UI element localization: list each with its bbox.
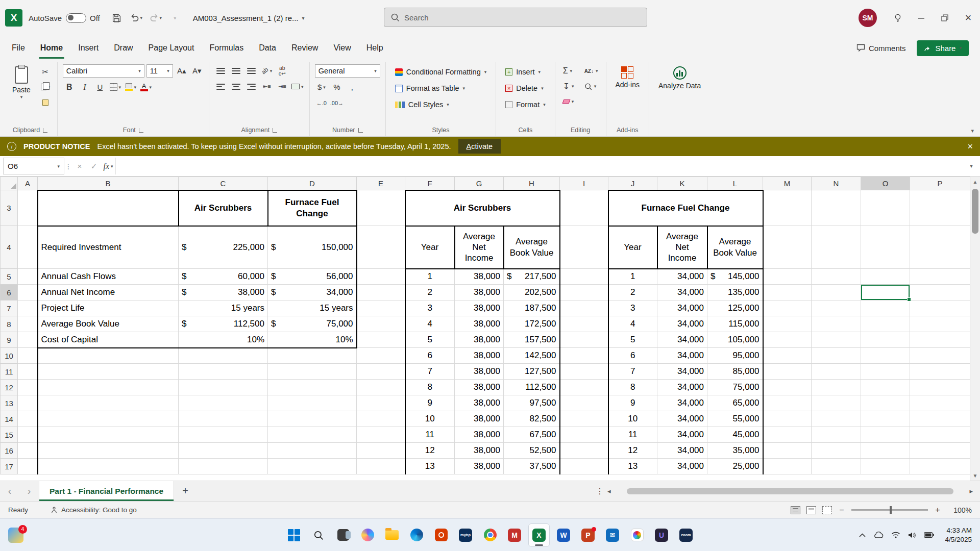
column-header-B[interactable]: B — [38, 177, 179, 190]
cell-P9[interactable] — [910, 332, 970, 348]
number-dialog-launcher[interactable] — [358, 128, 363, 133]
cell-A4[interactable] — [18, 226, 38, 269]
middle-align-button[interactable] — [230, 64, 243, 77]
cell-J12[interactable]: 8 — [608, 380, 657, 395]
column-header-L[interactable]: L — [707, 177, 763, 190]
cell-M4[interactable] — [763, 226, 812, 269]
cut-button[interactable]: ✂ — [39, 65, 52, 78]
cell-L15[interactable]: 45,000 — [707, 427, 763, 443]
cell-B10[interactable] — [38, 348, 179, 364]
cell-H6[interactable]: 202,500 — [504, 285, 560, 300]
increase-font-size-button[interactable]: A▴ — [175, 65, 188, 78]
menu-tab-draw[interactable]: Draw — [106, 36, 140, 60]
cell-D8[interactable]: $75,000 — [268, 316, 357, 332]
cell-H14[interactable]: 82,500 — [504, 411, 560, 427]
cell-N8[interactable] — [812, 316, 861, 332]
lightbulb-button[interactable] — [886, 0, 910, 36]
cell-I12[interactable] — [560, 380, 608, 395]
cell-B15[interactable] — [38, 427, 179, 443]
cell-K6[interactable]: 34,000 — [657, 285, 707, 300]
document-title[interactable]: AM003_Assessment_1 (2) re... ▾ — [193, 14, 305, 22]
row-header-9[interactable]: 9 — [1, 332, 18, 348]
widgets-button[interactable]: 4 — [8, 528, 23, 543]
cell-H15[interactable]: 67,500 — [504, 427, 560, 443]
cell-F13[interactable]: 9 — [405, 395, 455, 411]
cell-H5[interactable]: $217,500 — [504, 269, 560, 285]
cell-L10[interactable]: 95,000 — [707, 348, 763, 364]
sheet-tab-part-1[interactable]: Part 1 - Financial Performance — [39, 481, 174, 501]
onedrive-cloud-icon[interactable] — [873, 532, 884, 538]
cell-I16[interactable] — [560, 443, 608, 459]
cell-M11[interactable] — [763, 364, 812, 380]
vscroll-thumb[interactable] — [972, 189, 978, 234]
taskbar-clock[interactable]: 4:33 AM 4/5/2025 — [945, 526, 972, 544]
cell-G15[interactable]: 38,000 — [455, 427, 504, 443]
cell-A17[interactable] — [18, 459, 38, 474]
paste-button[interactable]: Paste▾ — [8, 64, 35, 102]
page-break-view-button[interactable] — [822, 506, 832, 514]
copilot-button[interactable] — [357, 523, 378, 547]
avatar[interactable]: SM — [859, 9, 877, 27]
column-header-H[interactable]: H — [504, 177, 560, 190]
formula-input[interactable] — [115, 158, 963, 174]
cell-F10[interactable]: 6 — [405, 348, 455, 364]
myhp-button[interactable]: myhp — [455, 523, 476, 547]
sheet-nav-left-button[interactable]: ‹ — [0, 481, 19, 501]
menu-tab-file[interactable]: File — [4, 36, 33, 60]
cell-E17[interactable] — [357, 459, 405, 474]
restore-button[interactable] — [933, 0, 957, 36]
cell-G9[interactable]: 38,000 — [455, 332, 504, 348]
cell-M14[interactable] — [763, 411, 812, 427]
cell-P11[interactable] — [910, 364, 970, 380]
cell-O15[interactable] — [861, 427, 910, 443]
hscroll-thumb[interactable] — [627, 488, 953, 494]
font-color-button[interactable]: A▾ — [139, 81, 153, 93]
accounting-format-button[interactable]: $▾ — [315, 81, 328, 93]
cell-I8[interactable] — [560, 316, 608, 332]
cell-E11[interactable] — [357, 364, 405, 380]
cell-P14[interactable] — [910, 411, 970, 427]
cancel-formula-button[interactable]: × — [72, 156, 87, 176]
cell-L6[interactable]: 135,000 — [707, 285, 763, 300]
formula-bar-expand-chevron-icon[interactable]: ▾ — [963, 156, 980, 176]
cell-J9[interactable]: 5 — [608, 332, 657, 348]
cell-H12[interactable]: 112,500 — [504, 380, 560, 395]
row-header-14[interactable]: 14 — [1, 411, 18, 427]
increase-indent-button[interactable]: ⇥≡ — [276, 80, 289, 93]
sheet-nav-right-button[interactable]: › — [19, 481, 39, 501]
row-header-12[interactable]: 12 — [1, 380, 18, 395]
cell-K13[interactable]: 34,000 — [657, 395, 707, 411]
cell-M6[interactable] — [763, 285, 812, 300]
format-cells-button[interactable]: Format▾ — [501, 97, 549, 112]
cell-M9[interactable] — [763, 332, 812, 348]
cell-E4[interactable] — [357, 226, 405, 269]
cell-I17[interactable] — [560, 459, 608, 474]
cell-J8[interactable]: 4 — [608, 316, 657, 332]
new-sheet-button[interactable]: + — [174, 481, 197, 501]
cell-F16[interactable]: 12 — [405, 443, 455, 459]
percent-style-button[interactable]: % — [330, 81, 344, 93]
format-painter-button[interactable] — [39, 96, 52, 109]
cell-C10[interactable] — [179, 348, 268, 364]
redo-button[interactable]: ▾ — [146, 8, 165, 28]
task-view-button[interactable] — [332, 523, 354, 547]
cell-A14[interactable] — [18, 411, 38, 427]
decrease-font-size-button[interactable]: A▾ — [190, 65, 204, 78]
cell-N11[interactable] — [812, 364, 861, 380]
cell-B9[interactable]: Cost of Capital — [38, 332, 179, 348]
clear-button[interactable]: ▾ — [560, 95, 577, 108]
hscroll-right-arrow[interactable]: ▸ — [969, 487, 973, 495]
underline-button[interactable]: U — [93, 81, 107, 93]
cell-B12[interactable] — [38, 380, 179, 395]
column-header-K[interactable]: K — [657, 177, 707, 190]
cell-B6[interactable]: Annual Net Income — [38, 285, 179, 300]
cell-A11[interactable] — [18, 364, 38, 380]
row-header-5[interactable]: 5 — [1, 269, 18, 285]
addins-button[interactable]: Add-ins — [611, 64, 644, 91]
analyze-data-button[interactable]: Analyze Data — [654, 64, 705, 92]
cell-I10[interactable] — [560, 348, 608, 364]
column-header-A[interactable]: A — [18, 177, 38, 190]
cell-K5[interactable]: 34,000 — [657, 269, 707, 285]
hscroll-left-arrow[interactable]: ◂ — [607, 487, 611, 495]
cell-E10[interactable] — [357, 348, 405, 364]
